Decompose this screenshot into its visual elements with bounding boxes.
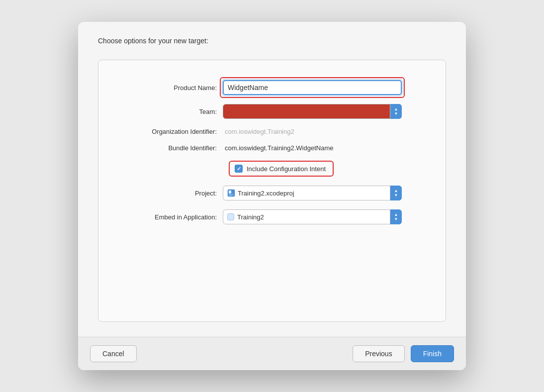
product-name-input-wrapper (223, 80, 402, 95)
finish-button[interactable]: Finish (411, 345, 454, 362)
project-label: Project: (113, 190, 223, 197)
form-area: Product Name: Team: ▲ ▼ (98, 60, 446, 322)
team-arrow-down-icon: ▼ (394, 112, 398, 116)
project-select-value: Training2.xcodeproj (238, 190, 294, 197)
product-name-label: Product Name: (113, 84, 223, 92)
embed-select-value: Training2 (237, 213, 264, 221)
app-icon (227, 213, 234, 220)
svg-rect-1 (229, 191, 231, 194)
product-name-input[interactable] (223, 80, 402, 95)
include-config-label: Include Configuration Intent (247, 165, 326, 173)
project-arrow-down-icon: ▼ (394, 194, 398, 197)
include-config-row: ✓ Include Configuration Intent (113, 161, 431, 177)
team-select-value (227, 108, 229, 115)
project-arrow-up-icon: ▲ (394, 189, 398, 193)
embed-row: Embed in Application: Training2 ▲ ▼ (113, 209, 431, 224)
project-stepper[interactable]: ▲ ▼ (390, 186, 402, 200)
org-identifier-value: com.ioswidegt.Training2 (223, 128, 294, 135)
embed-arrow-up-icon: ▲ (394, 213, 398, 217)
dialog-content: Choose options for your new target: Prod… (78, 22, 466, 337)
project-select[interactable]: Training2.xcodeproj (223, 186, 402, 200)
embed-label: Embed in Application: (113, 213, 223, 221)
dialog-footer: Cancel Previous Finish (78, 337, 466, 370)
footer-right: Previous Finish (353, 345, 454, 362)
bundle-identifier-row: Bundle Identifier: com.ioswidegt.Trainin… (113, 144, 431, 152)
org-identifier-label: Organization Identifier: (113, 128, 223, 135)
project-select-wrapper: Training2.xcodeproj ▲ ▼ (223, 186, 402, 200)
team-stepper[interactable]: ▲ ▼ (390, 104, 402, 119)
include-config-wrapper: ✓ Include Configuration Intent (229, 161, 334, 177)
dialog-title: Choose options for your new target: (98, 37, 446, 45)
product-name-row: Product Name: (113, 80, 431, 95)
embed-select[interactable]: Training2 (223, 209, 402, 224)
xcodeproj-icon (227, 189, 235, 197)
team-select[interactable] (223, 104, 402, 119)
embed-stepper[interactable]: ▲ ▼ (390, 209, 402, 224)
include-config-checkbox[interactable]: ✓ (235, 165, 243, 173)
embed-arrow-down-icon: ▼ (394, 217, 398, 221)
team-row: Team: ▲ ▼ (113, 104, 431, 119)
cancel-button[interactable]: Cancel (90, 345, 137, 362)
checkbox-check-icon: ✓ (237, 166, 241, 172)
bundle-identifier-label: Bundle Identifier: (113, 144, 223, 152)
project-select-content: Training2.xcodeproj (227, 189, 386, 197)
project-row: Project: Trai (113, 186, 431, 200)
previous-button[interactable]: Previous (353, 345, 404, 362)
team-label: Team: (113, 108, 223, 115)
bundle-identifier-value: com.ioswidegt.Training2.WidgetName (223, 144, 333, 152)
org-identifier-row: Organization Identifier: com.ioswidegt.T… (113, 128, 431, 135)
embed-select-wrapper: Training2 ▲ ▼ (223, 209, 402, 224)
team-select-wrapper: ▲ ▼ (223, 104, 402, 119)
embed-select-content: Training2 (227, 213, 386, 221)
team-arrow-up-icon: ▲ (394, 107, 398, 111)
dialog: Choose options for your new target: Prod… (78, 22, 466, 370)
